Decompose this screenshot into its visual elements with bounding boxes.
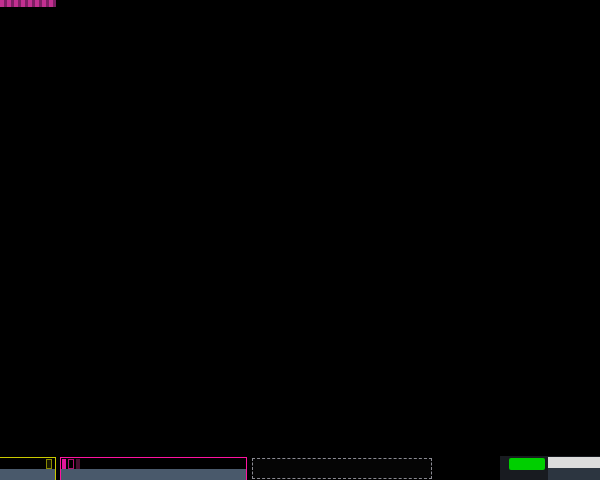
measurement-table <box>0 342 600 434</box>
c1-scale-value <box>0 469 55 480</box>
channel-c2-descriptor[interactable] <box>60 457 247 480</box>
hd-mode-badge[interactable] <box>509 458 545 470</box>
top-trace-label-badge <box>0 0 56 7</box>
timebase-descriptor[interactable] <box>548 457 600 468</box>
c2-channel-badge <box>62 459 66 469</box>
c2-badges-row <box>61 458 246 469</box>
c2-esr-badge <box>68 459 74 469</box>
oscilloscope-screen <box>0 0 600 480</box>
c1-coupling-row <box>0 458 55 469</box>
time-axis <box>0 320 600 334</box>
c2-scale-value <box>61 469 246 480</box>
timebase-value <box>548 468 600 480</box>
c1-coupling-badge <box>46 459 52 469</box>
c2-coupling-badge <box>76 459 80 469</box>
channel-c1-descriptor[interactable] <box>0 457 56 480</box>
add-trace-button[interactable] <box>252 458 432 479</box>
